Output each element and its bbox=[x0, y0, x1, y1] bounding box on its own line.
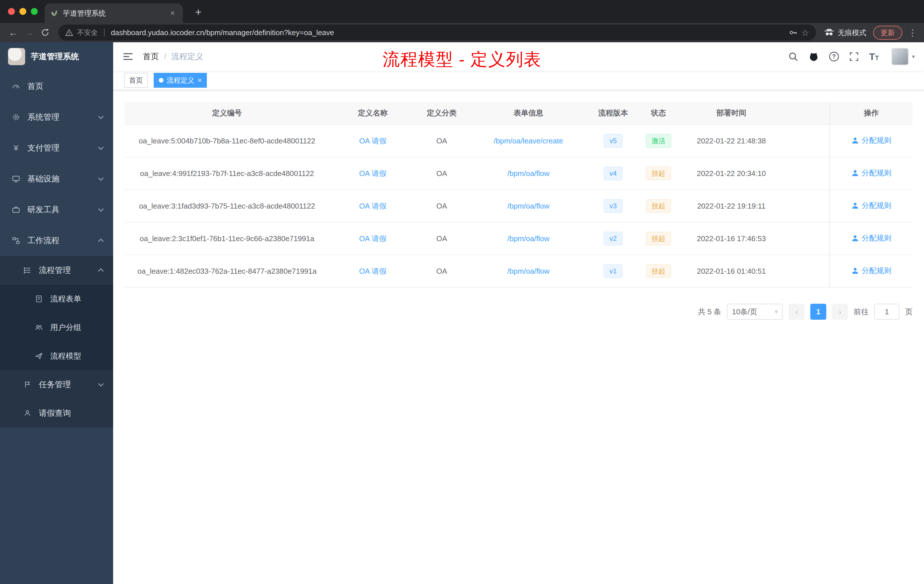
tag-process-definition[interactable]: 流程定义 × bbox=[154, 73, 207, 88]
pagination: 共 5 条 10条/页 ▾ ‹ 1 › 前往 页 bbox=[125, 304, 912, 320]
sidebar-logo[interactable]: 芋道管理系统 bbox=[0, 42, 113, 71]
browser-menu-icon[interactable]: ⋮ bbox=[907, 28, 918, 38]
bookmark-star-icon[interactable]: ☆ bbox=[802, 28, 809, 38]
status-tag: 挂起 bbox=[646, 167, 671, 180]
definition-name-link[interactable]: OA 请假 bbox=[359, 234, 386, 243]
form-info-link[interactable]: /bpm/oa/flow bbox=[507, 169, 549, 178]
password-key-icon[interactable] bbox=[789, 28, 797, 37]
sidebar-item-label: 用户分组 bbox=[50, 322, 81, 333]
assign-rule-link[interactable]: 分配规则 bbox=[851, 201, 891, 211]
pagination-total: 共 5 条 bbox=[698, 307, 721, 317]
form-icon bbox=[34, 295, 43, 303]
sidebar-item-label: 工作流程 bbox=[27, 235, 59, 246]
goto-suffix: 页 bbox=[905, 307, 912, 317]
reload-button[interactable] bbox=[38, 25, 53, 40]
window-close-button[interactable] bbox=[8, 8, 15, 15]
cell-deploy-time: 2022-01-22 20:34:10 bbox=[680, 157, 782, 190]
sidebar-item-system[interactable]: 系统管理 bbox=[0, 102, 113, 133]
font-size-icon[interactable]: TT bbox=[869, 52, 879, 61]
sidebar-item-leave-query[interactable]: 请假查询 bbox=[0, 399, 113, 427]
chevron-down-icon bbox=[98, 206, 104, 212]
user-menu[interactable]: ▾ bbox=[891, 48, 915, 65]
chevron-down-icon bbox=[98, 381, 104, 386]
assign-rule-link[interactable]: 分配规则 bbox=[851, 168, 891, 178]
new-tab-button[interactable]: + bbox=[191, 5, 206, 20]
form-info-link[interactable]: /bpm/oa/flow bbox=[507, 234, 549, 243]
breadcrumb-home[interactable]: 首页 bbox=[143, 51, 159, 62]
search-icon[interactable] bbox=[788, 51, 798, 62]
paper-plane-icon bbox=[34, 352, 43, 360]
next-page-button[interactable]: › bbox=[832, 304, 848, 320]
window-minimize-button[interactable] bbox=[20, 8, 26, 15]
tag-label: 流程定义 bbox=[167, 76, 194, 85]
definition-name-link[interactable]: OA 请假 bbox=[359, 137, 386, 145]
user-icon bbox=[851, 234, 859, 242]
page-size-select[interactable]: 10条/页 ▾ bbox=[727, 304, 783, 320]
fullscreen-icon[interactable] bbox=[849, 52, 859, 61]
goto-page-input[interactable] bbox=[874, 304, 899, 320]
security-warning-icon[interactable] bbox=[65, 28, 73, 36]
cell-deploy-time: 2022-01-22 21:48:38 bbox=[680, 125, 782, 157]
flag-icon bbox=[23, 381, 32, 389]
browser-tab[interactable]: 芋道管理系统 × bbox=[45, 3, 183, 23]
cell-category: OA bbox=[416, 222, 467, 255]
user-icon bbox=[851, 170, 859, 177]
tab-title: 芋道管理系统 bbox=[63, 8, 163, 18]
assign-rule-link[interactable]: 分配规则 bbox=[851, 135, 891, 145]
assign-rule-link[interactable]: 分配规则 bbox=[851, 266, 891, 276]
definition-name-link[interactable]: OA 请假 bbox=[359, 267, 386, 276]
page-number-button[interactable]: 1 bbox=[810, 304, 826, 320]
column-definition-category: 定义分类 bbox=[416, 102, 467, 125]
sidebar-item-process-management[interactable]: 流程管理 bbox=[0, 256, 113, 285]
column-action: 操作 bbox=[830, 102, 912, 125]
sidebar-item-devtools[interactable]: 研发工具 bbox=[0, 194, 113, 225]
tag-home[interactable]: 首页 bbox=[124, 73, 148, 88]
definition-name-link[interactable]: OA 请假 bbox=[359, 169, 386, 178]
incognito-badge: 无痕模式 bbox=[824, 28, 866, 38]
chevron-down-icon bbox=[98, 114, 104, 119]
incognito-label: 无痕模式 bbox=[838, 28, 866, 38]
gear-icon bbox=[12, 113, 21, 121]
dashboard-icon bbox=[12, 82, 21, 91]
assign-rule-link[interactable]: 分配规则 bbox=[851, 233, 891, 243]
forward-button[interactable]: → bbox=[22, 25, 36, 40]
sidebar-item-infrastructure[interactable]: 基础设施 bbox=[0, 163, 113, 194]
definition-name-link[interactable]: OA 请假 bbox=[359, 202, 386, 210]
tab-close-icon[interactable]: × bbox=[168, 8, 177, 18]
url-bar[interactable]: 不安全 dashboard.yudao.iocoder.cn/bpm/manag… bbox=[58, 25, 816, 41]
form-info-link[interactable]: /bpm/oa/flow bbox=[507, 267, 549, 276]
sidebar-item-user-group[interactable]: 用户分组 bbox=[0, 313, 113, 342]
tag-close-icon[interactable]: × bbox=[198, 77, 202, 84]
user-icon bbox=[851, 137, 859, 144]
table-row: oa_leave:5:004b710b-7b8a-11ec-8ef0-acde4… bbox=[125, 125, 912, 157]
briefcase-icon bbox=[12, 205, 21, 214]
sidebar-item-process-form[interactable]: 流程表单 bbox=[0, 285, 113, 313]
form-info-link[interactable]: /bpm/oa/flow bbox=[507, 202, 549, 210]
goto-prefix: 前往 bbox=[854, 307, 869, 317]
sidebar-item-payment[interactable]: ¥ 支付管理 bbox=[0, 133, 113, 163]
user-avatar[interactable] bbox=[891, 48, 909, 65]
cell-category: OA bbox=[416, 125, 467, 157]
prev-page-button[interactable]: ‹ bbox=[789, 304, 805, 320]
user-icon bbox=[851, 202, 859, 210]
url-text[interactable]: dashboard.yudao.iocoder.cn/bpm/manager/d… bbox=[111, 28, 785, 37]
form-info-link[interactable]: /bpm/oa/leave/create bbox=[494, 137, 563, 145]
question-icon[interactable]: ? bbox=[829, 52, 839, 61]
browser-update-button[interactable]: 更新 bbox=[873, 26, 902, 40]
sidebar-item-home[interactable]: 首页 bbox=[0, 71, 113, 102]
cell-category: OA bbox=[416, 255, 467, 287]
status-tag: 挂起 bbox=[646, 199, 671, 213]
sidebar-item-task-management[interactable]: 任务管理 bbox=[0, 370, 113, 399]
table-row: oa_leave:1:482ec033-762a-11ec-8477-a2380… bbox=[125, 255, 912, 287]
security-label[interactable]: 不安全 bbox=[77, 28, 98, 37]
window-zoom-button[interactable] bbox=[31, 8, 38, 15]
sidebar-item-process-model[interactable]: 流程模型 bbox=[0, 342, 113, 370]
sidebar-item-workflow[interactable]: 工作流程 bbox=[0, 225, 113, 256]
github-icon[interactable] bbox=[808, 51, 819, 62]
sidebar-toggle-icon[interactable] bbox=[118, 46, 138, 67]
cell-category: OA bbox=[416, 190, 467, 222]
sidebar-item-label: 系统管理 bbox=[27, 112, 59, 122]
back-button[interactable]: ← bbox=[6, 25, 21, 40]
tab-favicon-icon bbox=[50, 9, 58, 17]
navbar-actions: ? TT ▾ bbox=[788, 48, 915, 65]
